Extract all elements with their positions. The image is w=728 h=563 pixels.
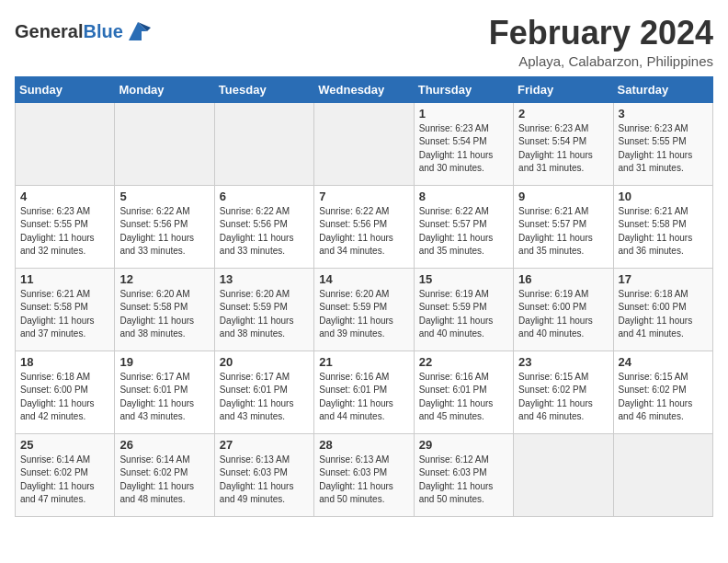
day-info: Sunrise: 6:16 AM Sunset: 6:01 PM Dayligh… [419, 371, 508, 424]
logo-blue: Blue [83, 21, 122, 41]
calendar-cell: 4Sunrise: 6:23 AM Sunset: 5:55 PM Daylig… [16, 185, 115, 268]
day-number: 25 [20, 438, 109, 452]
day-number: 17 [619, 272, 708, 286]
day-number: 7 [319, 190, 408, 203]
weekday-header-thursday: Thursday [414, 76, 513, 102]
day-info: Sunrise: 6:13 AM Sunset: 6:03 PM Dayligh… [220, 454, 309, 507]
logo-general: General [15, 21, 83, 41]
day-number: 14 [319, 272, 408, 286]
day-number: 19 [119, 355, 209, 369]
day-info: Sunrise: 6:22 AM Sunset: 5:56 PM Dayligh… [220, 205, 309, 259]
day-info: Sunrise: 6:16 AM Sunset: 6:01 PM Dayligh… [319, 371, 408, 424]
day-info: Sunrise: 6:20 AM Sunset: 5:59 PM Dayligh… [319, 288, 408, 341]
day-info: Sunrise: 6:20 AM Sunset: 5:59 PM Dayligh… [220, 288, 309, 341]
day-number: 22 [419, 355, 508, 369]
day-number: 11 [20, 272, 109, 286]
calendar-cell: 9Sunrise: 6:21 AM Sunset: 5:57 PM Daylig… [514, 185, 613, 268]
calendar-cell: 15Sunrise: 6:19 AM Sunset: 5:59 PM Dayli… [414, 268, 513, 350]
week-row-3: 11Sunrise: 6:21 AM Sunset: 5:58 PM Dayli… [16, 268, 713, 350]
logo: GeneralBlue [15, 18, 151, 44]
calendar-cell: 6Sunrise: 6:22 AM Sunset: 5:56 PM Daylig… [214, 185, 313, 268]
weekday-header-friday: Friday [514, 76, 613, 102]
day-info: Sunrise: 6:13 AM Sunset: 6:03 PM Dayligh… [319, 454, 408, 507]
calendar-cell: 20Sunrise: 6:17 AM Sunset: 6:01 PM Dayli… [214, 350, 313, 433]
day-number: 3 [619, 107, 708, 121]
week-row-4: 18Sunrise: 6:18 AM Sunset: 6:00 PM Dayli… [16, 350, 713, 433]
calendar-cell: 10Sunrise: 6:21 AM Sunset: 5:58 PM Dayli… [613, 185, 712, 268]
calendar-cell: 19Sunrise: 6:17 AM Sunset: 6:01 PM Dayli… [115, 350, 214, 433]
calendar-cell [613, 433, 712, 516]
week-row-2: 4Sunrise: 6:23 AM Sunset: 5:55 PM Daylig… [16, 185, 713, 268]
calendar-cell [16, 102, 115, 185]
day-number: 10 [619, 190, 708, 203]
day-number: 16 [518, 272, 608, 286]
day-info: Sunrise: 6:18 AM Sunset: 6:00 PM Dayligh… [20, 371, 109, 424]
day-number: 15 [419, 272, 508, 286]
day-number: 5 [119, 190, 209, 203]
weekday-header-tuesday: Tuesday [214, 76, 313, 102]
week-row-1: 1Sunrise: 6:23 AM Sunset: 5:54 PM Daylig… [16, 102, 713, 185]
day-info: Sunrise: 6:21 AM Sunset: 5:58 PM Dayligh… [619, 205, 708, 259]
title-block: February 2024 Aplaya, Calabarzon, Philip… [489, 15, 713, 69]
day-number: 24 [619, 355, 708, 369]
day-info: Sunrise: 6:23 AM Sunset: 5:54 PM Dayligh… [419, 122, 508, 176]
weekday-header-sunday: Sunday [16, 76, 115, 102]
calendar-cell: 26Sunrise: 6:14 AM Sunset: 6:02 PM Dayli… [115, 433, 214, 516]
day-info: Sunrise: 6:23 AM Sunset: 5:54 PM Dayligh… [518, 122, 608, 176]
day-info: Sunrise: 6:21 AM Sunset: 5:58 PM Dayligh… [20, 288, 109, 341]
calendar-cell: 11Sunrise: 6:21 AM Sunset: 5:58 PM Dayli… [16, 268, 115, 350]
calendar-cell: 17Sunrise: 6:18 AM Sunset: 6:00 PM Dayli… [613, 268, 712, 350]
weekday-header-wednesday: Wednesday [314, 76, 414, 102]
weekday-header-saturday: Saturday [613, 76, 712, 102]
day-number: 1 [419, 107, 508, 121]
calendar-cell [514, 433, 613, 516]
day-number: 29 [419, 438, 508, 452]
calendar-title: February 2024 [489, 15, 713, 52]
calendar-cell [314, 102, 414, 185]
calendar-cell: 25Sunrise: 6:14 AM Sunset: 6:02 PM Dayli… [16, 433, 115, 516]
calendar-cell [115, 102, 214, 185]
day-number: 20 [220, 355, 309, 369]
day-info: Sunrise: 6:23 AM Sunset: 5:55 PM Dayligh… [619, 122, 708, 176]
day-info: Sunrise: 6:22 AM Sunset: 5:56 PM Dayligh… [119, 205, 209, 259]
calendar-cell: 5Sunrise: 6:22 AM Sunset: 5:56 PM Daylig… [115, 185, 214, 268]
day-number: 21 [319, 355, 408, 369]
day-number: 2 [518, 107, 608, 121]
day-info: Sunrise: 6:18 AM Sunset: 6:00 PM Dayligh… [619, 288, 708, 341]
day-info: Sunrise: 6:15 AM Sunset: 6:02 PM Dayligh… [619, 371, 708, 424]
day-info: Sunrise: 6:15 AM Sunset: 6:02 PM Dayligh… [518, 371, 608, 424]
calendar-cell: 3Sunrise: 6:23 AM Sunset: 5:55 PM Daylig… [613, 102, 712, 185]
day-info: Sunrise: 6:17 AM Sunset: 6:01 PM Dayligh… [119, 371, 209, 424]
day-info: Sunrise: 6:12 AM Sunset: 6:03 PM Dayligh… [419, 454, 508, 507]
logo-icon [125, 18, 151, 44]
calendar-cell: 28Sunrise: 6:13 AM Sunset: 6:03 PM Dayli… [314, 433, 414, 516]
calendar-cell: 8Sunrise: 6:22 AM Sunset: 5:57 PM Daylig… [414, 185, 513, 268]
calendar-cell: 14Sunrise: 6:20 AM Sunset: 5:59 PM Dayli… [314, 268, 414, 350]
day-number: 27 [220, 438, 309, 452]
calendar-cell: 1Sunrise: 6:23 AM Sunset: 5:54 PM Daylig… [414, 102, 513, 185]
day-number: 26 [119, 438, 209, 452]
calendar-cell: 27Sunrise: 6:13 AM Sunset: 6:03 PM Dayli… [214, 433, 313, 516]
calendar-subtitle: Aplaya, Calabarzon, Philippines [489, 53, 713, 69]
calendar-cell: 13Sunrise: 6:20 AM Sunset: 5:59 PM Dayli… [214, 268, 313, 350]
day-info: Sunrise: 6:19 AM Sunset: 6:00 PM Dayligh… [518, 288, 608, 341]
calendar-cell: 7Sunrise: 6:22 AM Sunset: 5:56 PM Daylig… [314, 185, 414, 268]
day-info: Sunrise: 6:23 AM Sunset: 5:55 PM Dayligh… [20, 205, 109, 259]
day-number: 12 [119, 272, 209, 286]
logo-text: GeneralBlue [15, 21, 123, 41]
calendar-cell: 24Sunrise: 6:15 AM Sunset: 6:02 PM Dayli… [613, 350, 712, 433]
day-info: Sunrise: 6:21 AM Sunset: 5:57 PM Dayligh… [518, 205, 608, 259]
day-number: 4 [20, 190, 109, 203]
day-number: 18 [20, 355, 109, 369]
week-row-5: 25Sunrise: 6:14 AM Sunset: 6:02 PM Dayli… [16, 433, 713, 516]
day-number: 9 [518, 190, 608, 203]
day-info: Sunrise: 6:22 AM Sunset: 5:57 PM Dayligh… [419, 205, 508, 259]
calendar-cell: 12Sunrise: 6:20 AM Sunset: 5:58 PM Dayli… [115, 268, 214, 350]
day-number: 8 [419, 190, 508, 203]
day-number: 13 [220, 272, 309, 286]
calendar-table: SundayMondayTuesdayWednesdayThursdayFrid… [15, 76, 713, 517]
calendar-cell: 29Sunrise: 6:12 AM Sunset: 6:03 PM Dayli… [414, 433, 513, 516]
calendar-cell: 21Sunrise: 6:16 AM Sunset: 6:01 PM Dayli… [314, 350, 414, 433]
calendar-cell [214, 102, 313, 185]
day-info: Sunrise: 6:19 AM Sunset: 5:59 PM Dayligh… [419, 288, 508, 341]
